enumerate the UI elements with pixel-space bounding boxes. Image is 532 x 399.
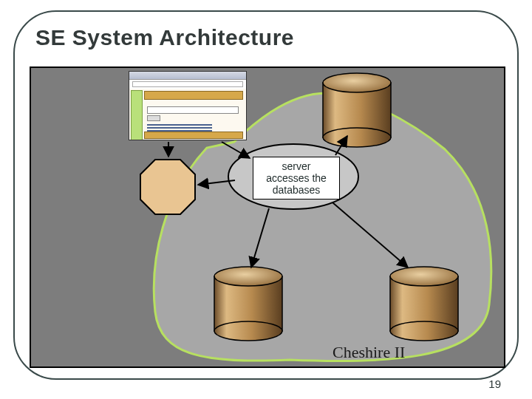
region-label-cheshire: Cheshire II bbox=[332, 343, 405, 362]
client-browser-window bbox=[129, 71, 247, 140]
svg-point-5 bbox=[214, 321, 282, 341]
node-octagon bbox=[140, 160, 195, 214]
server-label-box: server accesses the databases bbox=[253, 157, 340, 200]
svg-point-9 bbox=[390, 267, 458, 286]
svg-point-6 bbox=[214, 267, 282, 286]
server-label-line1: server bbox=[258, 160, 335, 172]
browser-addressbar bbox=[132, 81, 243, 87]
slide: SE System Architecture bbox=[0, 0, 532, 399]
db-cylinder-left bbox=[214, 267, 282, 341]
server-label-line3: databases bbox=[258, 184, 335, 196]
browser-sidebar bbox=[131, 90, 143, 140]
diagram-canvas: server accesses the databases Cheshire I… bbox=[30, 66, 505, 368]
browser-body bbox=[129, 89, 246, 140]
browser-search-button bbox=[147, 115, 160, 121]
db-cylinder-right bbox=[390, 267, 458, 341]
svg-point-3 bbox=[323, 73, 391, 92]
svg-marker-0 bbox=[140, 160, 195, 214]
browser-banner-bottom bbox=[144, 132, 243, 139]
svg-point-2 bbox=[323, 128, 391, 147]
browser-banner-top bbox=[144, 91, 243, 100]
server-label-line2: accesses the bbox=[258, 172, 335, 184]
diagram-svg bbox=[31, 68, 504, 366]
page-title: SE System Architecture bbox=[35, 25, 294, 50]
browser-search-field bbox=[147, 106, 239, 114]
db-cylinder-top bbox=[323, 73, 391, 147]
browser-titlebar bbox=[129, 72, 246, 80]
page-number: 19 bbox=[488, 378, 501, 390]
svg-point-8 bbox=[390, 321, 458, 341]
